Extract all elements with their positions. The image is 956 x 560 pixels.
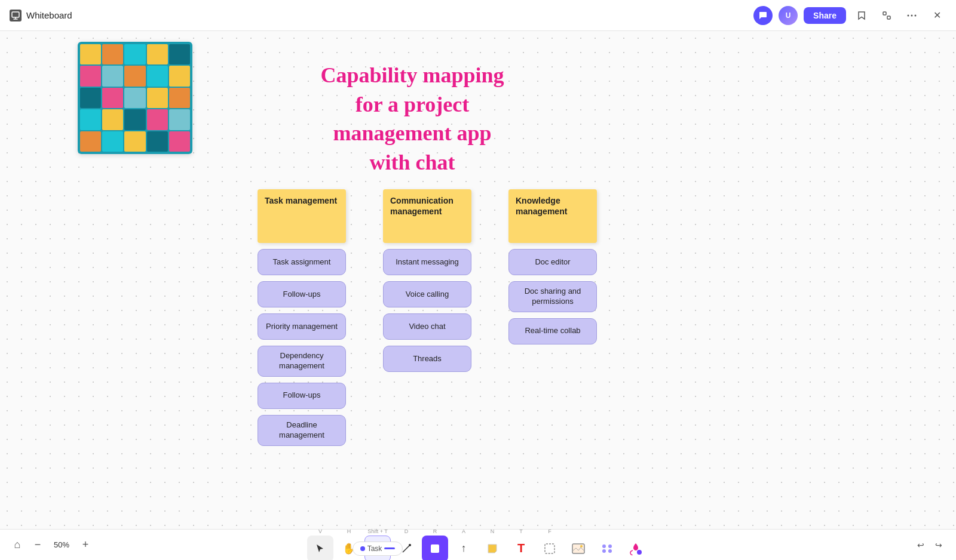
shape-shortcut: R	[433, 528, 437, 534]
shape-tool-group: R	[422, 528, 448, 561]
text-shortcut: T	[519, 528, 523, 534]
task-assignment-box[interactable]: Task assignment	[258, 249, 346, 275]
svg-rect-9	[431, 544, 439, 553]
svg-point-18	[637, 550, 642, 555]
video-chat-box[interactable]: Video chat	[383, 313, 471, 340]
bottom-toolbar: ⌂ − 50% + V H ✋ Shift + T Task	[0, 529, 956, 560]
doc-sharing-box[interactable]: Doc sharing and permissions	[508, 281, 597, 312]
fullscreen-button[interactable]	[877, 6, 896, 25]
follow-ups-box-1[interactable]: Follow-ups	[258, 281, 346, 307]
topbar-left: Whiteboard	[10, 10, 72, 21]
canvas: Capability mapping for a project managem…	[0, 31, 956, 529]
zoom-controls: ⌂ − 50% +	[10, 537, 93, 553]
task-management-column: Task management Task assignment Follow-u…	[257, 189, 347, 446]
arrow-tool-group: A ↑	[451, 528, 477, 561]
close-button[interactable]: ✕	[927, 6, 946, 25]
share-button[interactable]: Share	[804, 7, 846, 24]
redo-button[interactable]: ↪	[931, 537, 946, 553]
frame-tool-button[interactable]	[537, 536, 563, 561]
undo-button[interactable]: ↩	[913, 537, 929, 553]
pen-tool-group: D	[393, 528, 419, 561]
image-tool-group	[565, 534, 592, 561]
svg-rect-11	[545, 544, 554, 553]
shape-tool-button[interactable]	[422, 536, 448, 561]
select-shortcut: V	[318, 528, 322, 534]
select-tool-button[interactable]	[307, 536, 333, 561]
svg-point-16	[602, 549, 606, 553]
task-shortcut: Shift + T	[367, 528, 388, 534]
svg-rect-0	[12, 12, 19, 17]
frame-shortcut: F	[548, 528, 551, 534]
note-tool-button[interactable]	[479, 536, 505, 561]
knowledge-management-column: Knowledge management Doc editor Doc shar…	[508, 189, 598, 446]
capability-columns: Task management Task assignment Follow-u…	[257, 189, 598, 446]
dependency-management-box[interactable]: Dependency management	[258, 346, 346, 377]
svg-point-15	[608, 544, 612, 548]
text-tool-button[interactable]: T	[508, 536, 534, 561]
follow-ups-box-2[interactable]: Follow-ups	[258, 383, 346, 409]
components-tool-group	[594, 534, 620, 561]
svg-point-5	[908, 14, 909, 16]
pen-shortcut: D	[405, 528, 409, 534]
plugin-tool-group	[623, 534, 649, 561]
communication-management-column: Communication management Instant messagi…	[382, 189, 472, 446]
svg-point-14	[602, 544, 606, 548]
zoom-fit-button[interactable]: ⌂	[10, 537, 25, 553]
svg-point-6	[911, 14, 913, 16]
select-tool-group: V	[307, 528, 333, 561]
voice-calling-box[interactable]: Voice calling	[383, 281, 471, 307]
text-tool-group: T T	[508, 528, 534, 561]
frame-tool-group: F	[537, 528, 563, 561]
chat-icon[interactable]	[753, 6, 773, 25]
title-text: Capability mapping for a project managem…	[257, 61, 568, 177]
main-title: Capability mapping for a project managem…	[257, 61, 568, 177]
note-tool-group: N	[479, 528, 505, 561]
more-options-button[interactable]	[902, 6, 921, 25]
pen-tool-button[interactable]	[393, 536, 419, 561]
undo-redo-group: ↩ ↪	[913, 537, 946, 553]
app-title: Whiteboard	[26, 10, 72, 20]
svg-point-17	[608, 549, 612, 553]
zoom-out-button[interactable]: −	[30, 537, 45, 553]
task-pill-label: Task	[367, 544, 382, 553]
knowledge-management-header: Knowledge management	[508, 189, 597, 243]
canvas-thumbnail	[78, 42, 192, 154]
hand-shortcut: H	[347, 528, 351, 534]
arrow-tool-button[interactable]: ↑	[451, 536, 477, 561]
communication-management-header: Communication management	[383, 189, 471, 243]
whiteboard-app-icon	[10, 10, 22, 21]
doc-editor-box[interactable]: Doc editor	[508, 249, 597, 275]
priority-management-box[interactable]: Priority management	[258, 313, 346, 340]
zoom-level-display: 50%	[50, 540, 73, 549]
instant-messaging-box[interactable]: Instant messaging	[383, 249, 471, 275]
task-management-header: Task management	[258, 189, 346, 243]
zoom-in-button[interactable]: +	[78, 537, 93, 553]
topbar-right: U Share ✕	[753, 6, 946, 25]
arrow-shortcut: A	[462, 528, 465, 534]
real-time-collab-box[interactable]: Real-time collab	[508, 318, 597, 344]
svg-point-8	[409, 544, 411, 546]
image-tool-button[interactable]	[565, 536, 592, 561]
tool-palette: V H ✋ Shift + T Task D	[307, 528, 649, 561]
components-tool-button[interactable]	[594, 536, 620, 561]
deadline-management-box[interactable]: Deadline management	[258, 415, 346, 446]
threads-box[interactable]: Threads	[383, 346, 471, 372]
svg-marker-10	[488, 544, 497, 553]
svg-point-7	[915, 14, 917, 16]
user-avatar[interactable]: U	[779, 6, 798, 25]
task-pill-dot	[360, 546, 365, 551]
bookmark-button[interactable]	[852, 6, 871, 25]
svg-rect-3	[883, 12, 886, 15]
plugin-tool-button[interactable]	[623, 536, 649, 561]
svg-point-13	[580, 545, 583, 547]
task-tool-button[interactable]: Task	[364, 536, 391, 561]
topbar: Whiteboard U Share ✕	[0, 0, 956, 31]
undo-redo-controls: ↩ ↪	[913, 537, 946, 553]
note-shortcut: N	[491, 528, 495, 534]
svg-rect-4	[887, 16, 890, 19]
task-tool-group: Shift + T Task	[364, 528, 391, 561]
svg-rect-12	[572, 544, 584, 553]
